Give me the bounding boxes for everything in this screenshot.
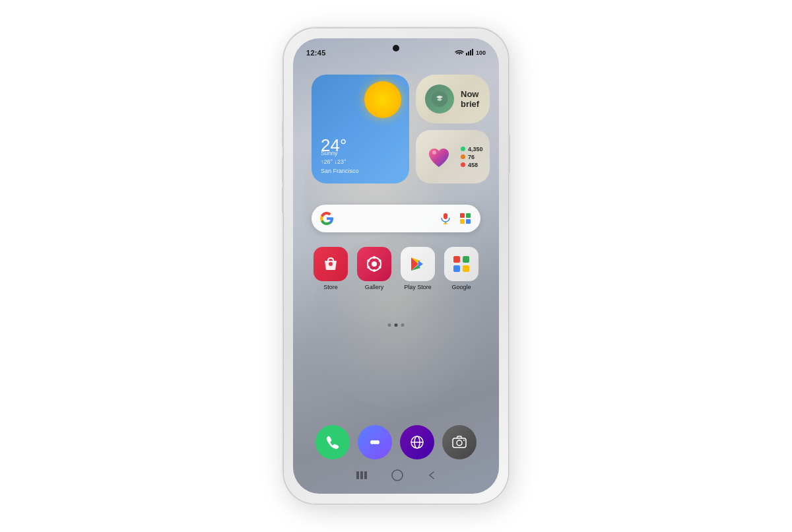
svg-rect-2 — [470, 50, 471, 55]
weather-location: San Francisco — [321, 168, 359, 174]
svg-point-29 — [373, 440, 377, 444]
svg-rect-37 — [360, 471, 363, 479]
microphone-icon[interactable] — [438, 211, 453, 226]
svg-point-22 — [367, 259, 370, 262]
svg-point-16 — [372, 261, 377, 267]
phone-icon — [315, 425, 350, 459]
dock-camera[interactable] — [442, 425, 477, 459]
page-dot-2 — [395, 323, 398, 327]
svg-point-17 — [373, 256, 376, 259]
svg-rect-10 — [466, 213, 471, 218]
back-button[interactable] — [427, 471, 436, 480]
google-app-icon — [444, 247, 478, 281]
now-brief-widget[interactable]: Now brief — [416, 75, 490, 123]
app-item-play[interactable]: Play Store — [399, 247, 437, 290]
health-steps: 4,350 — [461, 146, 483, 152]
health-calories: 458 — [461, 162, 483, 168]
dock-phone[interactable] — [315, 425, 350, 459]
google-g-icon — [319, 211, 334, 226]
page-dot-3 — [401, 323, 405, 327]
svg-point-14 — [329, 262, 333, 266]
internet-icon — [400, 425, 434, 459]
svg-point-20 — [373, 269, 376, 272]
page-dots — [388, 323, 405, 327]
svg-rect-1 — [468, 51, 469, 55]
health-heart-icon — [422, 141, 455, 174]
recent-apps-button[interactable] — [356, 471, 368, 480]
svg-rect-24 — [463, 256, 469, 263]
svg-point-39 — [392, 470, 403, 481]
messages-icon — [358, 425, 392, 459]
apps-grid: Store Gallery — [312, 247, 480, 290]
svg-rect-12 — [466, 219, 471, 224]
app-item-store[interactable]: Store — [312, 247, 350, 290]
svg-rect-25 — [453, 265, 460, 272]
now-brief-label: Now brief — [461, 89, 480, 109]
app-item-gallery[interactable]: Gallery — [355, 247, 393, 290]
svg-point-18 — [379, 259, 381, 262]
phone-screen: 12:45 100 — [293, 38, 499, 494]
health-active: 76 — [461, 154, 483, 160]
weather-condition: Sunny — [321, 150, 338, 156]
dock — [312, 425, 480, 459]
page-dot-1 — [388, 323, 391, 327]
svg-rect-36 — [356, 471, 359, 479]
sun-icon — [364, 81, 401, 118]
active-dot — [461, 154, 465, 159]
svg-rect-6 — [444, 213, 447, 219]
weather-description: Sunny ↑26° ↓23° San Francisco — [321, 149, 359, 176]
right-widgets: Now brief — [416, 75, 490, 183]
google-app-label: Google — [451, 284, 471, 290]
steps-dot — [461, 147, 465, 151]
wifi-icon — [455, 49, 464, 57]
health-stats: 4,350 76 458 — [461, 146, 483, 168]
svg-point-19 — [379, 266, 381, 269]
camera-notch — [393, 45, 399, 51]
svg-point-35 — [463, 440, 465, 441]
svg-rect-3 — [472, 49, 473, 55]
camera-icon — [442, 425, 477, 459]
play-store-app-icon — [401, 247, 435, 281]
phone-device: 12:45 100 — [284, 28, 508, 504]
gallery-app-icon — [357, 247, 391, 281]
weather-highlow: ↑26° ↓23° — [321, 158, 346, 165]
svg-rect-26 — [463, 265, 469, 272]
google-search-bar[interactable] — [312, 205, 480, 232]
calories-dot — [461, 162, 465, 167]
svg-point-34 — [457, 440, 462, 446]
health-widget[interactable]: 4,350 76 458 — [416, 130, 490, 183]
svg-rect-0 — [466, 53, 467, 55]
now-brief-icon — [425, 84, 454, 114]
svg-rect-38 — [364, 471, 367, 479]
store-app-label: Store — [323, 284, 338, 290]
home-button[interactable] — [391, 469, 403, 481]
widgets-area: 24° Sunny ↑26° ↓23° San Francisco — [312, 75, 480, 183]
dock-internet[interactable] — [400, 425, 434, 459]
svg-rect-11 — [460, 219, 465, 224]
signal-icon — [466, 49, 474, 57]
weather-widget[interactable]: 24° Sunny ↑26° ↓23° San Francisco — [312, 75, 409, 183]
svg-point-21 — [367, 266, 370, 269]
dock-messages[interactable] — [358, 425, 392, 459]
app-item-google[interactable]: Google — [442, 247, 480, 290]
search-right-icons — [438, 211, 473, 226]
status-time: 12:45 — [306, 49, 326, 57]
google-lens-icon[interactable] — [458, 211, 473, 226]
svg-point-5 — [432, 150, 436, 154]
status-icons: 100 — [455, 49, 486, 57]
svg-rect-9 — [460, 213, 465, 218]
nav-bar — [293, 462, 499, 488]
gallery-app-label: Gallery — [365, 284, 384, 290]
store-app-icon — [314, 247, 348, 281]
battery-icon: 100 — [476, 50, 486, 56]
play-store-app-label: Play Store — [404, 284, 432, 290]
svg-rect-23 — [453, 256, 460, 263]
